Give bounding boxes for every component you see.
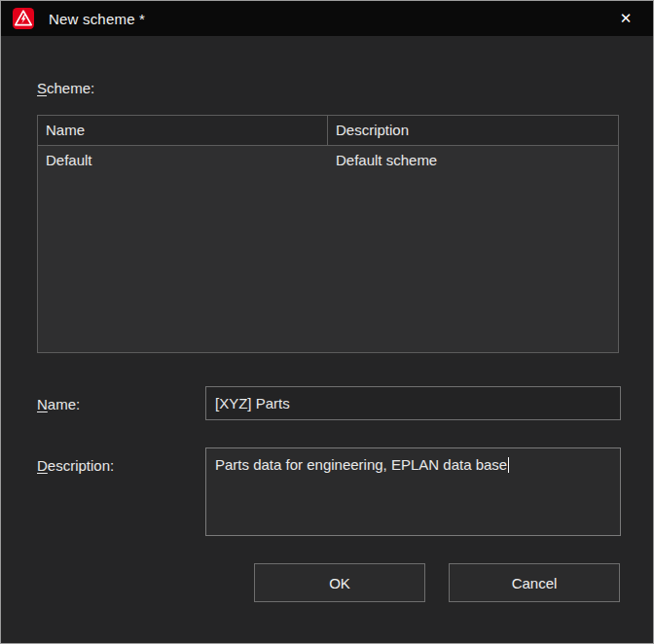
name-label-mnemonic: N	[37, 396, 48, 412]
close-icon[interactable]: ✕	[610, 5, 641, 32]
name-label: Name:	[37, 396, 80, 412]
description-label: Description:	[37, 457, 114, 474]
new-scheme-dialog: New scheme * ✕ Scheme: Name Description …	[0, 0, 654, 644]
scheme-table-header: Name Description	[38, 116, 618, 146]
ok-button[interactable]: OK	[254, 563, 425, 602]
scheme-table: Name Description Default Default scheme	[37, 115, 619, 353]
scheme-label-mnemonic: S	[37, 80, 47, 96]
table-row[interactable]: Default Default scheme	[38, 146, 618, 176]
name-input[interactable]	[205, 386, 621, 420]
description-label-rest: escription:	[48, 457, 114, 474]
row-name-cell: Default	[38, 146, 328, 176]
column-header-name[interactable]: Name	[38, 116, 328, 145]
scheme-label-rest: cheme:	[47, 80, 94, 96]
description-label-mnemonic: D	[37, 457, 48, 474]
scheme-label: Scheme:	[37, 80, 94, 96]
titlebar[interactable]: New scheme * ✕	[1, 1, 653, 36]
row-description-cell: Default scheme	[328, 146, 618, 176]
description-text: Parts data for engineering, EPLAN data b…	[215, 456, 507, 473]
eplan-logo-icon	[13, 8, 34, 29]
description-textarea[interactable]: Parts data for engineering, EPLAN data b…	[205, 447, 621, 536]
name-label-rest: ame:	[48, 396, 80, 412]
column-header-description[interactable]: Description	[328, 116, 618, 145]
cancel-button[interactable]: Cancel	[449, 563, 620, 602]
text-caret	[508, 457, 509, 473]
window-title: New scheme *	[49, 11, 145, 27]
